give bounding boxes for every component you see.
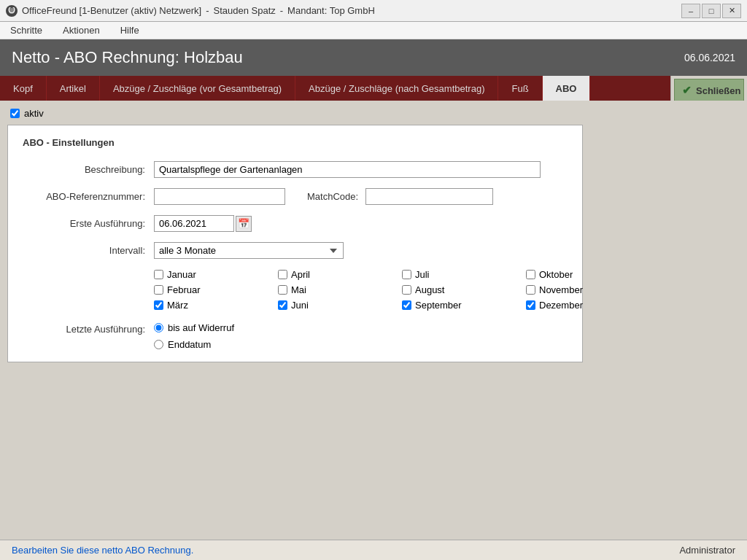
month-mai: Mai (278, 284, 402, 295)
september-label[interactable]: September (415, 300, 462, 311)
month-april: April (278, 269, 402, 280)
radio-group: bis auf Widerruf Enddatum (154, 322, 234, 350)
juni-checkbox[interactable] (278, 300, 287, 310)
august-label[interactable]: August (415, 284, 444, 295)
september-checkbox[interactable] (402, 300, 411, 310)
tabs-bar: Kopf Artikel Abzüge / Zuschläge (vor Ges… (0, 76, 670, 101)
calendar-icon: 📅 (238, 218, 249, 229)
erste-label: Erste Ausführung: (23, 218, 154, 229)
app-name: OfficeFreund [1-Benutzer (aktiv) Netzwer… (22, 5, 201, 16)
app-icon: O (6, 5, 18, 17)
menu-hilfe[interactable]: Hilfe (116, 23, 144, 37)
referenz-label: ABO-Referenznummer: (23, 191, 154, 202)
maerz-label[interactable]: März (167, 300, 188, 311)
tab-artikel[interactable]: Artikel (47, 76, 100, 101)
maerz-checkbox[interactable] (154, 300, 163, 310)
referenz-input[interactable] (154, 188, 285, 205)
months-grid: Januar April Juli Oktober Februar Mai (154, 269, 568, 311)
date-field-wrap: 📅 (154, 215, 252, 232)
page-header: Netto - ABO Rechnung: Holzbau 06.06.2021 (0, 39, 747, 76)
intervall-select[interactable]: täglich wöchentlich monatlich alle 2 Mon… (154, 242, 344, 259)
title-bar: O OfficeFreund [1-Benutzer (aktiv) Netzw… (0, 0, 747, 22)
referenz-row: ABO-Referenznummer: MatchCode: (23, 188, 568, 205)
abo-box: ABO - Einstellungen Beschreibung: ABO-Re… (7, 125, 583, 362)
menu-schritte[interactable]: Schritte (6, 23, 47, 37)
status-text: Bearbeiten Sie diese netto ABO Rechnung. (12, 545, 193, 556)
tab-fuss[interactable]: Fuß (498, 76, 542, 101)
dezember-label[interactable]: Dezember (539, 300, 583, 311)
svg-text:O: O (8, 7, 15, 15)
matchcode-label: MatchCode: (307, 191, 358, 202)
april-checkbox[interactable] (278, 270, 287, 279)
abo-box-title: ABO - Einstellungen (23, 137, 568, 148)
aktiv-checkbox[interactable] (10, 109, 20, 118)
januar-label[interactable]: Januar (167, 269, 196, 280)
title-sep2: - (280, 5, 283, 16)
radio-biswiderruf: bis auf Widerruf (154, 322, 234, 333)
tab-abzuege-nach[interactable]: Abzüge / Zuschläge (nach Gesamtbetrag) (295, 76, 498, 101)
enddatum-radio[interactable] (154, 340, 163, 349)
beschreibung-row: Beschreibung: (23, 161, 568, 178)
close-button[interactable]: ✕ (722, 4, 741, 18)
month-november: November (526, 284, 650, 295)
november-label[interactable]: November (539, 284, 583, 295)
mai-label[interactable]: Mai (291, 284, 306, 295)
letzte-label: Letzte Ausführung: (23, 322, 154, 335)
schliessen-label: Schließen (696, 85, 740, 96)
title-sep1: - (206, 5, 209, 16)
oktober-checkbox[interactable] (526, 270, 535, 279)
beschreibung-label: Beschreibung: (23, 164, 154, 175)
content-area: aktiv ABO - Einstellungen Beschreibung: … (0, 101, 747, 540)
intervall-row: Intervall: täglich wöchentlich monatlich… (23, 242, 568, 259)
page-date: 06.06.2021 (684, 52, 735, 63)
enddatum-label[interactable]: Enddatum (168, 339, 211, 350)
juli-label[interactable]: Juli (415, 269, 430, 280)
month-august: August (402, 284, 526, 295)
minimize-button[interactable]: – (681, 4, 700, 18)
month-juli: Juli (402, 269, 526, 280)
biswiderruf-radio[interactable] (154, 323, 163, 332)
beschreibung-input[interactable] (154, 161, 541, 178)
erste-row: Erste Ausführung: 📅 (23, 215, 568, 232)
radio-enddatum: Enddatum (154, 339, 234, 350)
juni-label[interactable]: Juni (291, 300, 309, 311)
aktiv-label[interactable]: aktiv (24, 108, 44, 119)
april-label[interactable]: April (291, 269, 310, 280)
november-checkbox[interactable] (526, 285, 535, 295)
month-oktober: Oktober (526, 269, 650, 280)
restore-button[interactable]: □ (702, 4, 721, 18)
juli-checkbox[interactable] (402, 270, 411, 279)
page-title: Netto - ABO Rechnung: Holzbau (12, 48, 243, 67)
month-januar: Januar (154, 269, 278, 280)
month-juni: Juni (278, 300, 402, 311)
title-mandant: Mandant: Top GmbH (287, 5, 375, 16)
month-september: September (402, 300, 526, 311)
januar-checkbox[interactable] (154, 270, 163, 279)
matchcode-input[interactable] (365, 188, 493, 205)
status-bar: Bearbeiten Sie diese netto ABO Rechnung.… (0, 540, 747, 560)
oktober-label[interactable]: Oktober (539, 269, 573, 280)
title-user: Stauden Spatz (213, 5, 275, 16)
title-bar-left: O OfficeFreund [1-Benutzer (aktiv) Netzw… (6, 5, 375, 17)
menu-bar: Schritte Aktionen Hilfe (0, 22, 747, 39)
tab-kopf[interactable]: Kopf (0, 76, 47, 101)
calendar-button[interactable]: 📅 (236, 216, 252, 232)
tab-abo[interactable]: ABO (543, 76, 591, 101)
tab-abzuege-vor[interactable]: Abzüge / Zuschläge (vor Gesamtbetrag) (100, 76, 295, 101)
month-dezember: Dezember (526, 300, 650, 311)
month-februar: Februar (154, 284, 278, 295)
februar-checkbox[interactable] (154, 285, 163, 295)
aktiv-row: aktiv (7, 108, 663, 119)
mai-checkbox[interactable] (278, 285, 287, 295)
intervall-label: Intervall: (23, 245, 154, 256)
august-checkbox[interactable] (402, 285, 411, 295)
status-user: Administrator (679, 545, 735, 556)
februar-label[interactable]: Februar (167, 284, 201, 295)
month-maerz: März (154, 300, 278, 311)
biswiderruf-label[interactable]: bis auf Widerruf (168, 322, 234, 333)
schliessen-button[interactable]: ✔ Schließen (674, 79, 744, 102)
check-icon: ✔ (682, 84, 692, 97)
dezember-checkbox[interactable] (526, 300, 535, 310)
erste-input[interactable] (154, 215, 234, 232)
menu-aktionen[interactable]: Aktionen (58, 23, 104, 37)
